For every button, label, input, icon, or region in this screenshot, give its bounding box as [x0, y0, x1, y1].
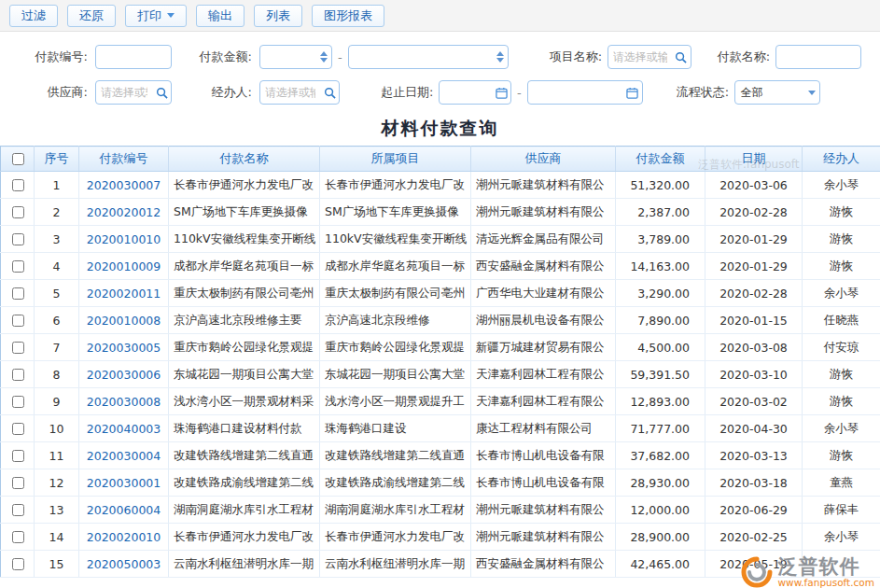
chevron-down-icon[interactable]	[804, 81, 819, 104]
project-name-input[interactable]	[608, 50, 672, 63]
filter-row-1: 付款编号: 付款金额: - 项目名称: 付款名称:	[0, 39, 880, 75]
flow-status-label: 流程状态:	[677, 84, 734, 101]
amount-to-input[interactable]	[349, 50, 493, 63]
payment-name-cell: SM广场地下车库更换摄像	[169, 199, 320, 226]
payment-no-cell: 2020060004	[79, 497, 169, 524]
calendar-icon[interactable]	[492, 81, 510, 104]
search-icon[interactable]	[672, 46, 691, 68]
row-index-cell: 1	[35, 172, 79, 199]
payment-no-link[interactable]: 2020050003	[87, 557, 161, 571]
amount-cell: 12,000.00	[616, 497, 705, 524]
supplier-cell: 天津嘉利园林工程有限公	[471, 388, 616, 415]
payment-no-link[interactable]: 2020030008	[87, 395, 161, 409]
operator-cell: 任晓燕	[803, 307, 880, 334]
payment-no-link[interactable]: 2020010009	[87, 259, 161, 273]
supplier-cell: 潮州元哌建筑材料有限公	[471, 172, 616, 199]
row-checkbox[interactable]	[12, 423, 24, 435]
amount-from-input[interactable]	[260, 50, 316, 63]
row-checkbox[interactable]	[12, 287, 24, 300]
date-to-input[interactable]	[528, 86, 623, 99]
payment-no-link[interactable]: 2020010010	[87, 232, 161, 246]
table-row: 112020030004改建铁路线增建第二线直通改建铁路线增建第二线直通长春市博…	[1, 442, 880, 469]
operator-picker[interactable]	[259, 80, 340, 105]
print-button[interactable]: 打印	[125, 5, 187, 27]
date-from-picker[interactable]	[439, 80, 511, 105]
row-checkbox[interactable]	[12, 477, 24, 489]
supplier-cell: 广西华电大业建材有限公	[471, 280, 616, 307]
payment-no-link[interactable]: 2020030001	[87, 476, 161, 490]
row-checkbox[interactable]	[12, 450, 24, 462]
operator-cell: 余小琴	[803, 415, 880, 442]
calendar-icon[interactable]	[623, 81, 642, 104]
payment-no-link[interactable]: 2020040003	[87, 422, 161, 436]
row-checkbox[interactable]	[12, 206, 24, 218]
supplier-cell: 西安盛融金属材料有限公	[471, 253, 616, 280]
supplier-input[interactable]	[96, 86, 152, 99]
payment-no-input[interactable]	[95, 45, 172, 69]
row-checkbox[interactable]	[12, 558, 24, 570]
row-select-cell	[1, 388, 35, 415]
export-button-label: 输出	[208, 7, 232, 24]
payment-no-cell: 2020030007	[79, 172, 169, 199]
filter-button[interactable]: 过滤	[9, 5, 58, 27]
header-payment-name: 付款名称	[169, 147, 320, 172]
table-row: 22020020012SM广场地下车库更换摄像SM广场地下车库更换摄像潮州元哌建…	[1, 199, 880, 226]
list-view-button[interactable]: 列表	[254, 5, 302, 27]
payment-no-cell: 2020020011	[79, 280, 169, 307]
amount-to-spinner[interactable]	[348, 45, 509, 69]
operator-cell: 余小琴	[803, 280, 880, 307]
payment-name-input[interactable]	[775, 45, 861, 69]
payment-no-link[interactable]: 2020060004	[87, 503, 161, 517]
supplier-cell: 长春市博山机电设备有限	[471, 442, 616, 469]
search-icon[interactable]	[152, 81, 171, 104]
row-checkbox[interactable]	[12, 260, 24, 273]
payment-no-link[interactable]: 2020020012	[87, 205, 161, 219]
row-checkbox[interactable]	[12, 369, 24, 381]
payment-no-link[interactable]: 2020020010	[87, 530, 161, 544]
supplier-picker[interactable]	[95, 80, 172, 105]
table-row: 52020020011重庆太极制药有限公司亳州重庆太极制药有限公司亳州广西华电大…	[1, 280, 880, 307]
spinner-arrows-icon[interactable]	[493, 46, 508, 68]
date-cell: 2020-03-06	[705, 172, 803, 199]
export-button[interactable]: 输出	[196, 5, 244, 27]
table-body: 12020030007长春市伊通河水力发电厂改长春市伊通河水力发电厂改潮州元哌建…	[1, 172, 880, 578]
row-checkbox[interactable]	[12, 504, 24, 516]
vendor-watermark-text: 泛普软件 www.fanpusoft.com	[777, 556, 874, 587]
amount-from-spinner[interactable]	[259, 45, 332, 69]
payment-no-link[interactable]: 2020010008	[87, 314, 161, 328]
row-checkbox[interactable]	[12, 531, 24, 543]
row-checkbox[interactable]	[12, 396, 24, 408]
supplier-cell: 西安盛融金属材料有限公	[471, 551, 616, 578]
flow-status-select[interactable]: 全部	[734, 80, 820, 105]
payment-no-link[interactable]: 2020030007	[87, 178, 161, 192]
row-checkbox[interactable]	[12, 315, 24, 327]
amount-cell: 37,682.00	[616, 442, 705, 469]
graph-report-button[interactable]: 图形报表	[312, 5, 384, 27]
date-from-input[interactable]	[440, 86, 492, 99]
spinner-arrows-icon[interactable]	[316, 46, 331, 68]
operator-input[interactable]	[260, 86, 320, 99]
row-checkbox[interactable]	[12, 233, 24, 245]
date-to-picker[interactable]	[527, 80, 643, 105]
filter-row-2: 供应商: 经办人: 起止日期: - 流程状	[0, 75, 880, 110]
payment-no-link[interactable]: 2020020011	[87, 287, 161, 301]
row-checkbox[interactable]	[12, 179, 24, 191]
row-select-cell	[1, 172, 35, 199]
project-name-picker[interactable]	[608, 45, 691, 69]
payment-no-link[interactable]: 2020030005	[87, 341, 161, 355]
graph-report-button-label: 图形报表	[324, 7, 372, 24]
restore-button[interactable]: 还原	[67, 5, 116, 27]
payment-no-link[interactable]: 2020030006	[87, 368, 161, 382]
select-all-checkbox[interactable]	[12, 153, 24, 165]
search-icon[interactable]	[320, 81, 339, 104]
vendor-watermark: 泛普软件 www.fanpusoft.com	[741, 556, 874, 588]
payment-name-cell: 110kV安徽线程集变开断线	[169, 226, 320, 253]
payment-name-cell: 浅水湾小区一期景观材料采	[169, 388, 320, 415]
row-index-cell: 11	[35, 442, 79, 469]
date-cell: 2020-03-18	[705, 469, 803, 497]
row-index-cell: 15	[35, 551, 79, 578]
row-select-cell	[1, 253, 35, 280]
row-checkbox[interactable]	[12, 342, 24, 354]
payment-no-link[interactable]: 2020030004	[87, 449, 161, 463]
date-cell: 2020-02-28	[705, 199, 803, 226]
